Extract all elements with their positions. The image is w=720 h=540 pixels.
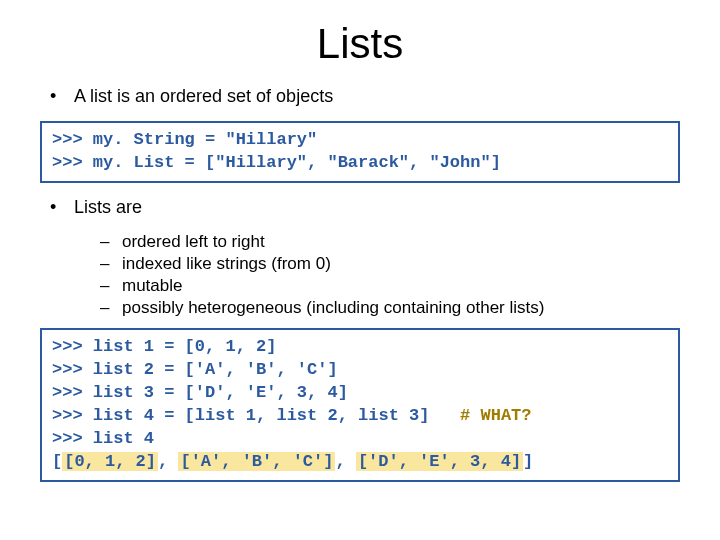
code-line: >>> list 4 = [list 1, list 2, list 3] bbox=[52, 406, 460, 425]
code-line: >>> my. String = "Hillary" bbox=[52, 130, 317, 149]
code-block-1: >>> my. String = "Hillary" >>> my. List … bbox=[40, 121, 680, 183]
code-output-list: [0, 1, 2] bbox=[62, 452, 158, 471]
code-output: , bbox=[335, 452, 355, 471]
code-output-list: ['A', 'B', 'C'] bbox=[178, 452, 335, 471]
bullet-definition: A list is an ordered set of objects bbox=[50, 86, 680, 107]
code-output: [ bbox=[52, 452, 62, 471]
sub-bullet: ordered left to right bbox=[100, 232, 680, 252]
code-line: >>> list 4 bbox=[52, 429, 154, 448]
sub-bullet: possibly heterogeneous (including contai… bbox=[100, 298, 680, 318]
code-line: >>> list 3 = ['D', 'E', 3, 4] bbox=[52, 383, 348, 402]
bullet-lists-are: Lists are bbox=[50, 197, 680, 218]
slide-title: Lists bbox=[40, 20, 680, 68]
sub-bullet: mutable bbox=[100, 276, 680, 296]
code-output-list: ['D', 'E', 3, 4] bbox=[356, 452, 523, 471]
code-line: >>> list 2 = ['A', 'B', 'C'] bbox=[52, 360, 338, 379]
code-line: >>> list 1 = [0, 1, 2] bbox=[52, 337, 276, 356]
code-comment: # WHAT? bbox=[460, 406, 531, 425]
code-output: ] bbox=[523, 452, 533, 471]
code-output: , bbox=[158, 452, 178, 471]
code-block-2: >>> list 1 = [0, 1, 2] >>> list 2 = ['A'… bbox=[40, 328, 680, 482]
sub-bullet: indexed like strings (from 0) bbox=[100, 254, 680, 274]
code-line: >>> my. List = ["Hillary", "Barack", "Jo… bbox=[52, 153, 501, 172]
